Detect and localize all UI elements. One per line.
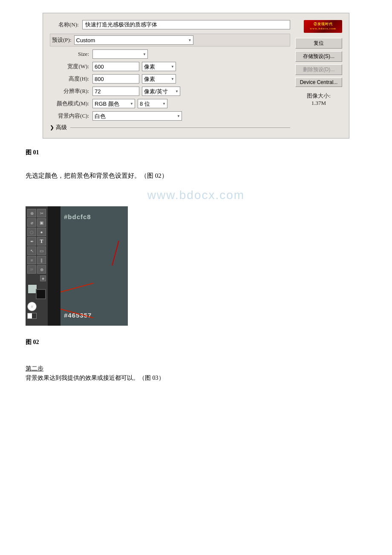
color-dark-strip bbox=[48, 206, 61, 326]
path-select-icon[interactable]: ↖ bbox=[27, 246, 36, 255]
device-central-button[interactable]: Device Central... bbox=[295, 78, 342, 87]
smudge-tool-icon[interactable]: ● bbox=[37, 228, 46, 236]
resolution-unit-select[interactable]: 像素/英寸 bbox=[142, 87, 180, 96]
bg-color-swatch[interactable] bbox=[36, 289, 46, 299]
tool-row-5: ↖ ▭ bbox=[27, 246, 46, 255]
width-row: 宽度(W): 像素 bbox=[50, 62, 290, 71]
bg-content-select[interactable]: 白色 bbox=[92, 111, 182, 121]
rect-tool-icon[interactable]: ▭ bbox=[37, 246, 46, 255]
size-row: Size: bbox=[50, 49, 290, 59]
type-tool-icon[interactable]: T bbox=[37, 237, 46, 246]
preset-select[interactable]: Custom bbox=[74, 35, 193, 45]
width-input[interactable] bbox=[92, 62, 139, 71]
resolution-row: 分辨率(R): 像素/英寸 bbox=[50, 87, 290, 96]
toolbox-figure: ⊕ ✂ ⌀ ▣ ◌ ● ✒ T ↖ ▭ ≡ ∥ ☞ ⊕ ◈ bbox=[26, 206, 128, 326]
dialog-form: 名称(N): 预设(P): Custom Size: 宽度(W): bbox=[50, 20, 290, 131]
width-label: 宽度(W): bbox=[50, 63, 92, 70]
name-input[interactable] bbox=[82, 20, 290, 29]
image-size-area: 图像大小: 1.37M bbox=[295, 92, 342, 107]
fg-hex-label: #bdcfc8 bbox=[64, 213, 124, 220]
height-unit-select[interactable]: 像素 bbox=[142, 74, 176, 84]
tool-row-1: ⊕ ✂ bbox=[27, 209, 46, 217]
watermark: www.bdocx.com bbox=[26, 188, 366, 202]
advanced-label: 高级 bbox=[56, 124, 67, 131]
color-mode-select[interactable]: RGB 颜色 bbox=[92, 99, 135, 108]
resolution-label: 分辨率(R): bbox=[50, 87, 92, 95]
color-medium-strip: #bdcfc8 #465357 bbox=[61, 206, 128, 326]
tool-row-4: ✒ T bbox=[27, 237, 46, 246]
step2-label: 第二步 bbox=[26, 365, 366, 373]
brush-tool-icon[interactable]: ⌀ bbox=[27, 218, 36, 227]
image-size-value: 1.37M bbox=[295, 100, 342, 107]
color-depth-wrapper: 8 位 bbox=[138, 99, 167, 108]
advanced-row: ❯ 高级 bbox=[50, 124, 290, 131]
size-select[interactable] bbox=[92, 49, 148, 59]
color-depth-select[interactable]: 8 位 bbox=[138, 99, 167, 108]
step2-section: 第二步 背景效果达到我提供的效果或接近都可以。（图 03） bbox=[26, 365, 366, 382]
tool-row-6: ≡ ∥ bbox=[27, 256, 46, 264]
width-unit-select[interactable]: 像素 bbox=[142, 62, 176, 71]
color-mode-label: 颜色模式(M): bbox=[50, 100, 92, 107]
small-tool-row: ◈ bbox=[27, 275, 46, 281]
color-mode-row: 颜色模式(M): RGB 颜色 8 位 bbox=[50, 99, 290, 108]
color-mode-wrapper: RGB 颜色 bbox=[92, 99, 135, 108]
advanced-expand-icon[interactable]: ❯ bbox=[50, 124, 54, 131]
quick-mask-icon[interactable]: ○ bbox=[27, 302, 37, 311]
height-label: 高度(H): bbox=[50, 75, 92, 83]
width-unit-wrapper: 像素 bbox=[142, 62, 176, 71]
bg-content-label: 背景内容(C): bbox=[50, 112, 92, 120]
bg-hex-label: #465357 bbox=[64, 312, 124, 319]
delete-preset-button[interactable]: 删除预设(D)... bbox=[295, 64, 342, 75]
hand-tool-icon[interactable]: ☞ bbox=[27, 265, 36, 274]
tool-row-bottom2 bbox=[27, 313, 46, 319]
step2-desc: 背景效果达到我提供的效果或接近都可以。（图 03） bbox=[26, 374, 366, 382]
preset-label: 预设(P): bbox=[52, 36, 74, 44]
bg-content-row: 背景内容(C): 白色 bbox=[50, 111, 290, 121]
lasso-tool-icon[interactable]: ✂ bbox=[37, 209, 46, 217]
size-select-wrapper bbox=[92, 49, 148, 59]
tool-row-3: ◌ ● bbox=[27, 228, 46, 236]
resolution-input[interactable] bbox=[92, 87, 139, 96]
fig01-caption: 图 01 bbox=[26, 149, 366, 156]
color-swatch-group bbox=[27, 284, 46, 299]
tool-row-7: ☞ ⊕ bbox=[27, 265, 46, 274]
bg-content-wrapper: 白色 bbox=[92, 111, 182, 121]
name-row: 名称(N): bbox=[50, 20, 290, 29]
logo-text: ②发现时代www.bdocx.com bbox=[310, 22, 336, 30]
preset-row: 预设(P): Custom bbox=[50, 34, 290, 46]
zoom-tool-icon[interactable]: ⊕ bbox=[37, 265, 46, 274]
fig02-caption: 图 02 bbox=[26, 338, 366, 346]
logo: ②发现时代www.bdocx.com bbox=[304, 20, 342, 33]
screen-mode-icon[interactable] bbox=[27, 313, 37, 319]
new-document-dialog: 名称(N): 预设(P): Custom Size: 宽度(W): bbox=[43, 13, 349, 139]
height-row: 高度(H): 像素 bbox=[50, 74, 290, 84]
toolbox-panel: ⊕ ✂ ⌀ ▣ ◌ ● ✒ T ↖ ▭ ≡ ∥ ☞ ⊕ ◈ bbox=[26, 206, 48, 326]
stamp-tool-icon[interactable]: ▣ bbox=[37, 218, 46, 227]
paragraph1: 先选定颜色，把前景色和背景色设置好。（图 02） bbox=[26, 172, 366, 180]
height-unit-wrapper: 像素 bbox=[142, 74, 176, 84]
resolution-unit-wrapper: 像素/英寸 bbox=[142, 87, 180, 96]
pen-tool-icon[interactable]: ✒ bbox=[27, 237, 36, 246]
eraser-tool-icon[interactable]: ◌ bbox=[27, 228, 36, 236]
preset-select-wrapper: Custom bbox=[74, 35, 193, 45]
extra-tool-icon[interactable]: ◈ bbox=[40, 275, 46, 281]
move-tool-icon[interactable]: ⊕ bbox=[27, 209, 36, 217]
height-input[interactable] bbox=[92, 74, 139, 84]
color-preview-panel: #bdcfc8 #465357 bbox=[48, 206, 128, 326]
advanced-divider bbox=[70, 127, 290, 128]
dialog-actions: ②发现时代www.bdocx.com 复位 存储预设(S)... 删除预设(D)… bbox=[295, 20, 342, 131]
image-size-label: 图像大小: bbox=[295, 92, 342, 100]
save-preset-button[interactable]: 存储预设(S)... bbox=[295, 51, 342, 62]
reset-button[interactable]: 复位 bbox=[295, 38, 342, 49]
eyedropper-icon[interactable]: ∥ bbox=[37, 256, 46, 264]
tool-row-bottom1: ○ bbox=[27, 302, 46, 311]
name-label: 名称(N): bbox=[58, 21, 79, 29]
size-label: Size: bbox=[50, 51, 92, 58]
notes-tool-icon[interactable]: ≡ bbox=[27, 256, 36, 264]
tool-row-2: ⌀ ▣ bbox=[27, 218, 46, 227]
